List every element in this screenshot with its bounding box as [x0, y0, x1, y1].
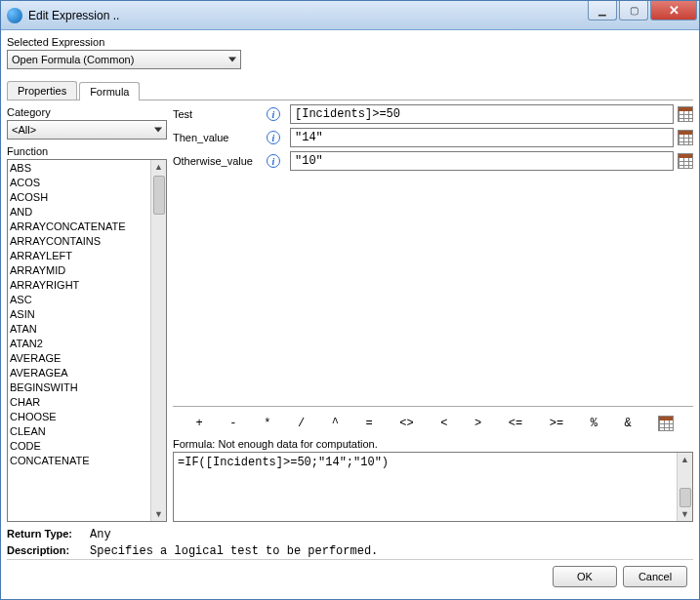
scroll-thumb[interactable]: [679, 488, 691, 507]
scroll-down-icon[interactable]: ▼: [679, 507, 692, 521]
titlebar[interactable]: Edit Expression .. ▁ ▢ ✕: [1, 1, 699, 30]
function-item[interactable]: CONCATENATE: [10, 454, 148, 468]
close-button[interactable]: ✕: [650, 1, 697, 20]
category-dropdown[interactable]: <All>: [7, 120, 167, 140]
info-icon[interactable]: i: [267, 131, 280, 144]
function-item[interactable]: CLEAN: [10, 424, 148, 439]
param-then-label: Then_value: [173, 132, 270, 143]
tab-properties[interactable]: Properties: [7, 81, 77, 100]
operator-button[interactable]: =: [361, 415, 376, 432]
operator-button[interactable]: ^: [328, 415, 343, 432]
operator-button[interactable]: &: [621, 415, 636, 432]
function-label: Function: [7, 145, 167, 157]
formula-text: =IF([Incidents]>=50;"14";"10"): [174, 453, 677, 521]
operator-button[interactable]: >=: [546, 415, 567, 432]
function-item[interactable]: ASIN: [10, 307, 148, 322]
tab-bar: Properties Formula: [7, 79, 693, 100]
selected-expression-label: Selected Expression: [7, 36, 693, 48]
ok-button[interactable]: OK: [553, 566, 617, 587]
selected-expression-dropdown[interactable]: Open Formula (Common): [7, 50, 241, 69]
operator-bar: +-*/^=<><><=>=%&: [173, 406, 693, 434]
category-value: <All>: [12, 124, 36, 136]
param-otherwise-input[interactable]: "10": [290, 151, 674, 171]
function-item[interactable]: ACOSH: [10, 190, 148, 205]
function-item[interactable]: AVERAGEA: [10, 366, 148, 380]
function-item[interactable]: BEGINSWITH: [10, 380, 148, 395]
function-item[interactable]: ARRAYCONTAINS: [10, 234, 148, 249]
formula-textarea[interactable]: =IF([Incidents]>=50;"14";"10") ▲ ▼: [173, 452, 693, 522]
operator-button[interactable]: <>: [395, 415, 417, 432]
function-item[interactable]: ASC: [10, 293, 148, 307]
info-icon[interactable]: i: [267, 154, 280, 168]
scroll-up-icon[interactable]: ▲: [152, 160, 166, 174]
formula-status: Formula: Not enough data for computation…: [173, 438, 693, 450]
function-item[interactable]: ARRAYLEFT: [10, 249, 148, 263]
chevron-down-icon: [154, 128, 162, 133]
operator-button[interactable]: %: [587, 415, 601, 432]
cancel-button[interactable]: Cancel: [623, 566, 687, 587]
param-otherwise-label: Otherwise_value: [173, 155, 270, 167]
grid-icon[interactable]: [678, 130, 693, 145]
maximize-button[interactable]: ▢: [619, 1, 648, 20]
operator-button[interactable]: +: [192, 415, 207, 432]
param-test-input[interactable]: [Incidents]>=50: [290, 104, 674, 124]
function-item[interactable]: CHOOSE: [10, 410, 148, 424]
operator-button[interactable]: /: [294, 415, 309, 432]
scrollbar[interactable]: ▲ ▼: [677, 453, 692, 521]
function-item[interactable]: CHAR: [10, 395, 148, 410]
function-item[interactable]: ARRAYRIGHT: [10, 278, 148, 293]
minimize-button[interactable]: ▁: [588, 1, 617, 20]
function-item[interactable]: ARRAYCONCATENATE: [10, 220, 148, 234]
function-item[interactable]: ARRAYMID: [10, 263, 148, 278]
selected-expression-value: Open Formula (Common): [12, 54, 134, 65]
operator-button[interactable]: <: [436, 415, 451, 432]
function-item[interactable]: ATAN2: [10, 337, 148, 351]
scroll-up-icon[interactable]: ▲: [679, 453, 692, 466]
grid-icon[interactable]: [678, 153, 693, 169]
scroll-down-icon[interactable]: ▼: [152, 507, 166, 521]
return-type-label: Return Type:: [7, 526, 87, 541]
function-item[interactable]: ACOS: [10, 176, 148, 190]
window-title: Edit Expression ..: [28, 9, 586, 22]
dialog-window: Edit Expression .. ▁ ▢ ✕ Selected Expres…: [0, 0, 700, 600]
function-item[interactable]: AVERAGE: [10, 351, 148, 366]
operator-button[interactable]: <=: [505, 415, 526, 432]
return-type-value: Any: [90, 528, 111, 541]
chevron-down-icon: [228, 58, 236, 62]
app-icon: [7, 8, 22, 23]
param-test-label: Test: [173, 108, 270, 120]
category-label: Category: [7, 106, 167, 118]
operator-button[interactable]: *: [260, 415, 274, 432]
grid-icon[interactable]: [678, 106, 693, 122]
function-item[interactable]: ATAN: [10, 322, 148, 337]
info-icon[interactable]: i: [267, 107, 280, 121]
grid-icon[interactable]: [658, 416, 674, 431]
function-item[interactable]: CODE: [10, 439, 148, 454]
description-label: Description:: [7, 542, 87, 558]
scroll-thumb[interactable]: [153, 176, 165, 215]
function-list[interactable]: ABSACOSACOSHANDARRAYCONCATENATEARRAYCONT…: [7, 159, 167, 522]
function-item[interactable]: AND: [10, 205, 148, 220]
param-then-input[interactable]: "14": [290, 128, 674, 147]
operator-button[interactable]: >: [471, 415, 485, 432]
description-value: Specifies a logical test to be performed…: [90, 544, 378, 558]
tab-formula[interactable]: Formula: [79, 82, 140, 100]
function-item[interactable]: ABS: [10, 161, 148, 176]
scrollbar[interactable]: ▲ ▼: [150, 160, 166, 521]
operator-button[interactable]: -: [226, 415, 240, 432]
